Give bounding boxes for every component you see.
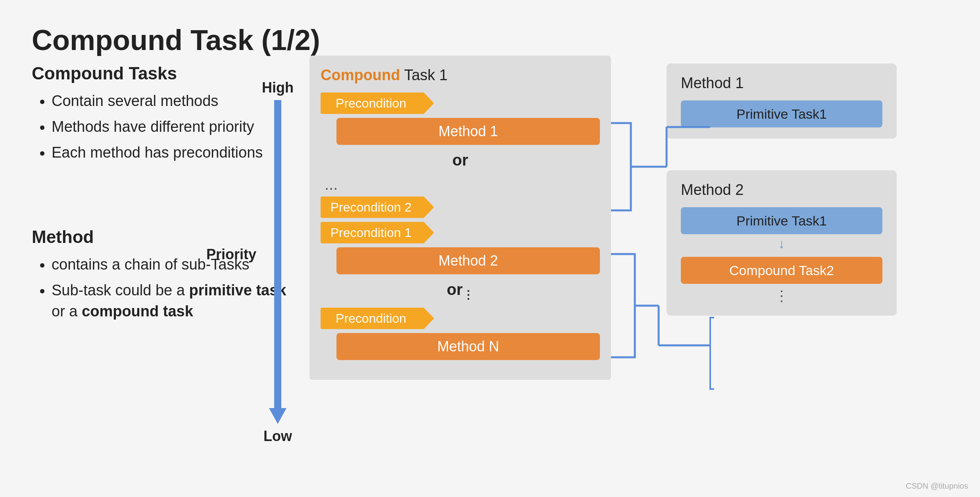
arrow-down-icon: ↓ — [681, 237, 882, 251]
precondition-3-row: Precondition 1 — [321, 222, 600, 243]
method-bullets: contains a chain of sub-Tasks Sub-task c… — [32, 254, 302, 322]
compound-task-box: Compound Task 1 Precondition Method 1 or… — [309, 56, 611, 380]
precondition-chevron-1: Precondition — [321, 92, 424, 114]
method2-dots: ⋮ — [681, 288, 882, 304]
priority-arrow-shaft — [274, 100, 281, 408]
right-methods: Method 1 Primitive Task1 Method 2 Primit… — [667, 64, 897, 316]
method-2-title: Method 2 — [681, 181, 882, 198]
compound-task2: Compound Task2 — [681, 257, 882, 284]
center-diagram: Compound Task 1 Precondition Method 1 or… — [309, 56, 611, 380]
low-label: Low — [263, 428, 292, 445]
method-section: Method contains a chain of sub-Tasks Sub… — [32, 227, 302, 322]
method-box-1: Method 1 — [336, 118, 600, 145]
method-box-2: Method 2 — [336, 247, 600, 274]
left-panel: Compound Tasks Contain several methods M… — [32, 64, 302, 334]
precondition-chevron-2: Precondition 2 — [321, 196, 424, 218]
or-label-2: or⋮ — [321, 281, 600, 301]
method-2-box: Method 2 Primitive Task1 ↓ Compound Task… — [667, 170, 897, 316]
compound-task-title: Compound Task 1 — [321, 67, 600, 84]
precondition-1-row: Precondition — [321, 92, 600, 114]
compound-tasks-heading: Compound Tasks — [32, 64, 302, 83]
primitive-task-2: Primitive Task1 — [681, 207, 882, 234]
priority-arrow-head — [269, 408, 286, 424]
slide: Compound Task (1/2) Compound Tasks Conta… — [0, 0, 980, 497]
method-1-title: Method 1 — [681, 75, 882, 92]
method-heading: Method — [32, 227, 302, 247]
compound-bullets: Contain several methods Methods have dif… — [32, 91, 302, 164]
precondition-2-row: Precondition 2 — [321, 196, 600, 218]
watermark: CSDN @titupnios — [906, 482, 968, 491]
primitive-task-1: Primitive Task1 — [681, 100, 882, 127]
precondition-chevron-n: Precondition — [321, 308, 424, 329]
precondition-n-row: Precondition — [321, 308, 600, 329]
priority-axis: High Low Priority — [262, 79, 294, 445]
page-title: Compound Task (1/2) — [32, 24, 948, 56]
high-label: High — [262, 79, 294, 96]
dots: ... — [325, 175, 600, 193]
compound-word: Compound — [321, 67, 400, 83]
priority-label: Priority — [206, 246, 256, 263]
or-label-1: or — [321, 151, 600, 169]
method-1-box: Method 1 Primitive Task1 — [667, 64, 897, 139]
method-box-n: Method N — [336, 333, 600, 360]
precondition-chevron-3: Precondition 1 — [321, 222, 424, 243]
